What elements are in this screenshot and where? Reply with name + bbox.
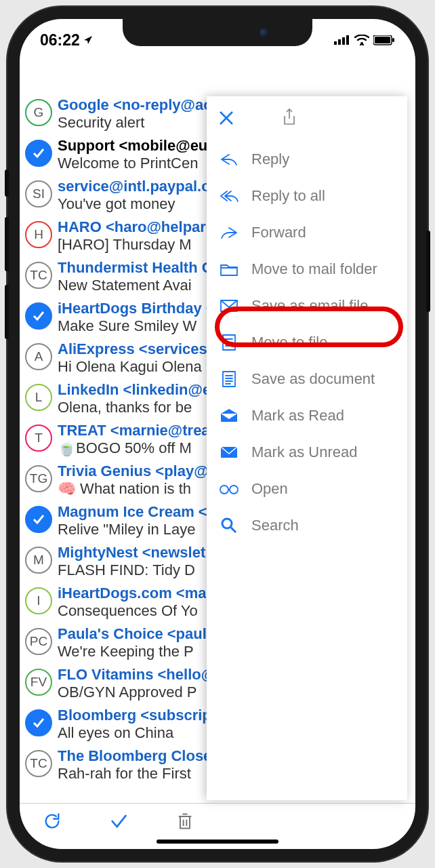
menu-item-open[interactable]: Open: [207, 471, 407, 507]
reply-all-icon: [219, 187, 239, 205]
email-sender: Trivia Genius <play@t: [58, 462, 213, 480]
avatar[interactable]: G: [25, 99, 52, 126]
email-sender: iHeartDogs Birthday C: [58, 300, 217, 317]
iphone-frame: 06:22 GGoogle <no-repl: [7, 7, 428, 861]
avatar[interactable]: PC: [25, 628, 52, 655]
cellular-icon: [334, 35, 350, 45]
menu-item-label: Search: [251, 517, 299, 534]
avatar[interactable]: TC: [25, 750, 52, 777]
email-subject: Rah-rah for the First: [58, 765, 211, 783]
svg-point-13: [230, 486, 238, 494]
location-icon: [83, 35, 94, 45]
menu-item-reply-all[interactable]: Reply to all: [207, 178, 407, 214]
email-sender: iHeartDogs.com <ma: [58, 585, 206, 602]
email-sender: Bloomberg <subscrip: [58, 707, 211, 724]
wifi-icon: [354, 35, 369, 45]
menu-item-label: Reply: [251, 151, 289, 168]
envelope-icon: [219, 297, 239, 315]
menu-item-reply[interactable]: Reply: [207, 141, 407, 178]
avatar[interactable]: M: [25, 547, 52, 574]
battery-icon: [373, 35, 395, 45]
notch: [123, 19, 312, 46]
forward-icon: [219, 224, 239, 241]
menu-item-mark-unread[interactable]: Mark as Unread: [207, 434, 407, 471]
status-time: 06:22: [40, 31, 80, 50]
email-subject: You've got money: [58, 195, 209, 213]
email-sender: FLO Vitamins <hello@: [58, 666, 215, 684]
refresh-button[interactable]: [43, 812, 62, 833]
email-sender: AliExpress <services0: [58, 340, 215, 358]
email-sender: Magnum Ice Cream <: [58, 503, 207, 521]
share-icon[interactable]: [281, 108, 297, 130]
reply-icon: [219, 151, 239, 168]
email-subject: We're Keeping the P: [58, 643, 215, 660]
svg-rect-1: [338, 39, 341, 45]
file-icon: [219, 334, 239, 351]
email-sender: TREAT <marnie@trea: [58, 422, 210, 439]
doc-icon: [219, 370, 239, 388]
svg-rect-0: [334, 41, 337, 45]
mail-closed-icon: [219, 443, 239, 461]
email-subject: Consequences Of Yo: [58, 602, 206, 620]
menu-item-label: Open: [251, 480, 288, 498]
email-subject: 🍵BOGO 50% off M: [58, 439, 210, 457]
menu-item-label: Move to file: [251, 334, 328, 351]
menu-item-label: Mark as Read: [251, 407, 344, 425]
svg-rect-2: [342, 37, 345, 45]
avatar-checked[interactable]: [25, 709, 52, 736]
menu-item-label: Mark as Unread: [251, 443, 358, 461]
email-sender: Google <no-reply@ac: [58, 96, 211, 114]
context-menu: ReplyReply to allForwardMove to mail fol…: [207, 96, 407, 800]
svg-point-4: [360, 42, 363, 45]
avatar[interactable]: SI: [25, 180, 52, 208]
email-subject: Welcome to PrintCen: [58, 155, 207, 172]
select-button[interactable]: [109, 812, 128, 833]
folder-icon: [219, 260, 239, 278]
svg-rect-7: [392, 38, 394, 42]
avatar[interactable]: I: [25, 587, 52, 614]
email-sender: LinkedIn <linkedin@e: [58, 381, 211, 399]
home-indicator[interactable]: [157, 840, 278, 844]
svg-rect-3: [346, 35, 349, 45]
email-subject: Relive "Miley in Laye: [58, 521, 207, 538]
avatar[interactable]: FV: [25, 669, 52, 696]
email-sender: HARO <haro@helpare: [58, 218, 214, 236]
avatar[interactable]: T: [25, 425, 52, 452]
menu-item-label: Save as document: [251, 370, 375, 388]
menu-item-save-eml[interactable]: Save as email file: [207, 288, 407, 324]
menu-item-label: Save as email file: [251, 297, 368, 315]
screen: 06:22 GGoogle <no-repl: [20, 19, 415, 849]
delete-button[interactable]: [175, 812, 194, 833]
search-icon: [219, 517, 239, 534]
email-subject: 🧠 What nation is th: [58, 480, 213, 498]
avatar[interactable]: L: [25, 384, 52, 411]
email-subject: FLASH FIND: Tidy D: [58, 561, 205, 579]
menu-item-label: Move to mail folder: [251, 260, 377, 278]
email-sender: service@intl.paypal.c: [58, 178, 209, 195]
svg-point-14: [222, 519, 232, 528]
email-subject: Security alert: [58, 114, 211, 132]
email-subject: New Statement Avai: [58, 277, 213, 294]
email-subject: All eyes on China: [58, 724, 211, 742]
menu-close-button[interactable]: [219, 107, 234, 130]
avatar[interactable]: H: [25, 221, 52, 248]
avatar-checked[interactable]: [25, 302, 52, 330]
menu-item-search[interactable]: Search: [207, 507, 407, 544]
menu-item-save-doc[interactable]: Save as document: [207, 361, 407, 397]
email-sender: Support <mobile@eu: [58, 137, 207, 155]
email-subject: Hi Olena Kagui Olena: [58, 358, 215, 376]
menu-item-mark-read[interactable]: Mark as Read: [207, 397, 407, 434]
email-subject: Olena, thanks for be: [58, 399, 211, 416]
email-sender: The Bloomberg Close: [58, 747, 211, 765]
email-sender: MightyNest <newslet: [58, 544, 205, 561]
avatar[interactable]: TG: [25, 465, 52, 492]
menu-item-move-folder[interactable]: Move to mail folder: [207, 251, 407, 288]
avatar-checked[interactable]: [25, 506, 52, 533]
menu-item-move-file[interactable]: Move to file: [207, 324, 407, 361]
email-subject: OB/GYN Approved P: [58, 684, 215, 701]
avatar[interactable]: A: [25, 343, 52, 370]
menu-item-forward[interactable]: Forward: [207, 214, 407, 251]
avatar[interactable]: TC: [25, 262, 52, 289]
email-sender: Thundermist Health C: [58, 259, 213, 277]
avatar-checked[interactable]: [25, 140, 52, 167]
